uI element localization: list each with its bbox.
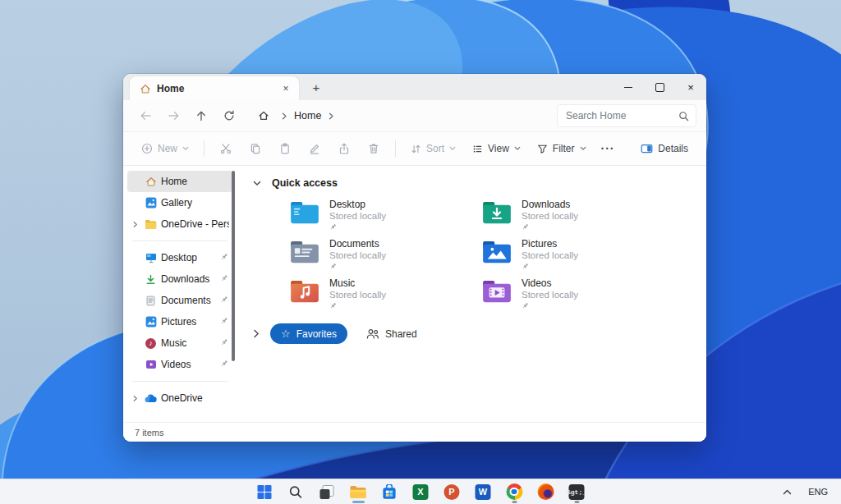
sidebar-item-home[interactable]: Home xyxy=(127,171,232,192)
documents-folder-icon xyxy=(289,240,320,264)
expand-chevron-icon[interactable] xyxy=(253,329,260,338)
shared-tab[interactable]: Shared xyxy=(358,323,425,344)
new-button[interactable]: New xyxy=(135,136,195,161)
maximize-button[interactable] xyxy=(644,75,675,99)
cut-button[interactable] xyxy=(213,136,239,161)
filter-icon xyxy=(537,144,548,154)
sidebar-item-documents[interactable]: Documents xyxy=(127,290,232,311)
pin-icon xyxy=(329,302,386,309)
expand-chevron-icon[interactable] xyxy=(129,221,140,228)
windows-logo-icon xyxy=(258,485,272,499)
sidebar-item-downloads[interactable]: Downloads xyxy=(127,268,232,290)
word-icon: W xyxy=(476,484,491,500)
excel-icon: X xyxy=(413,484,429,500)
sidebar-item-music[interactable]: ♪ Music xyxy=(127,332,232,354)
forward-button[interactable] xyxy=(161,104,186,127)
sidebar-item-desktop[interactable]: Desktop xyxy=(127,247,232,268)
item-name: Desktop xyxy=(329,199,386,210)
microsoft-store-icon xyxy=(382,484,398,500)
gallery-icon xyxy=(145,197,157,208)
refresh-button[interactable] xyxy=(217,104,241,127)
details-pane-icon xyxy=(641,143,653,154)
details-button[interactable]: Details xyxy=(634,136,695,161)
tab-home[interactable]: Home × xyxy=(130,76,299,100)
search-box[interactable] xyxy=(557,104,696,127)
taskbar-microsoft-store[interactable] xyxy=(379,482,400,502)
quick-access-title: Quick access xyxy=(272,177,338,189)
taskbar-excel[interactable]: X xyxy=(411,482,431,502)
chevron-down-icon xyxy=(449,146,456,151)
breadcrumb-home-icon[interactable] xyxy=(251,104,276,127)
pin-icon xyxy=(522,223,578,231)
content-pane: Quick access Desktop Stored locally xyxy=(235,166,706,422)
quick-access-item-music[interactable]: Music Stored locally xyxy=(289,277,481,313)
sidebar-item-label: Videos xyxy=(161,359,216,370)
taskbar-file-explorer[interactable] xyxy=(348,482,369,502)
chevron-down-icon xyxy=(580,146,586,151)
collapse-chevron-icon[interactable] xyxy=(253,181,261,186)
videos-icon xyxy=(145,359,157,370)
back-button[interactable] xyxy=(133,104,158,127)
new-tab-button[interactable]: + xyxy=(306,77,327,99)
tab-strip: Home × + × xyxy=(123,74,706,100)
favorites-tab[interactable]: ☆ Favorites xyxy=(270,323,347,344)
filter-button[interactable]: Filter xyxy=(531,136,593,161)
sidebar-item-gallery[interactable]: Gallery xyxy=(127,192,232,213)
item-name: Music xyxy=(329,277,386,289)
sidebar-item-pictures[interactable]: Pictures xyxy=(127,311,232,332)
search-input[interactable] xyxy=(564,109,673,122)
taskbar-terminal[interactable]: &gt;_ xyxy=(567,482,587,502)
tab-close-icon[interactable]: × xyxy=(279,82,292,95)
paste-button[interactable] xyxy=(272,136,298,161)
details-label: Details xyxy=(658,143,688,154)
pin-icon xyxy=(220,316,228,328)
quick-access-item-documents[interactable]: Documents Stored locally xyxy=(289,238,481,273)
expand-chevron-icon[interactable] xyxy=(129,395,140,402)
taskbar-search-button[interactable] xyxy=(286,482,306,502)
hidden-icons-chevron[interactable] xyxy=(783,489,792,495)
taskbar-powerpoint[interactable]: P xyxy=(442,482,462,502)
task-view-button[interactable] xyxy=(317,482,338,502)
quick-access-item-downloads[interactable]: Downloads Stored locally xyxy=(481,199,673,234)
chrome-icon xyxy=(506,483,522,500)
sort-button[interactable]: Sort xyxy=(404,136,462,161)
navigation-bar: Home xyxy=(123,100,706,132)
language-indicator[interactable]: ENG xyxy=(808,487,828,497)
sidebar-divider xyxy=(132,381,227,382)
quick-access-item-desktop[interactable]: Desktop Stored locally xyxy=(289,199,481,234)
taskbar-firefox[interactable] xyxy=(535,482,556,502)
taskbar-word[interactable]: W xyxy=(473,482,494,502)
pin-icon xyxy=(220,252,228,263)
quick-access-header[interactable]: Quick access xyxy=(250,174,698,192)
view-button[interactable]: View xyxy=(466,136,527,161)
toolbar-separator xyxy=(204,140,205,157)
minimize-button[interactable] xyxy=(613,75,644,99)
quick-access-item-videos[interactable]: Videos Stored locally xyxy=(481,277,673,313)
sidebar-item-onedrive-personal[interactable]: OneDrive - Perso xyxy=(127,213,232,235)
window-close-button[interactable]: × xyxy=(675,75,706,99)
see-more-button[interactable]: ··· xyxy=(596,142,620,155)
running-app-indicator xyxy=(574,501,579,503)
home-tab-icon xyxy=(140,83,151,94)
delete-button[interactable] xyxy=(361,136,387,161)
taskbar-chrome[interactable] xyxy=(504,482,525,502)
pin-icon xyxy=(329,223,386,231)
share-button[interactable] xyxy=(331,136,357,161)
start-button[interactable] xyxy=(255,482,275,502)
up-button[interactable] xyxy=(189,104,214,127)
pin-icon xyxy=(329,263,386,270)
sidebar-item-label: Pictures xyxy=(161,316,216,328)
sidebar-item-videos[interactable]: Videos xyxy=(127,354,232,375)
system-tray: ENG xyxy=(770,479,841,504)
task-view-icon xyxy=(320,485,334,499)
item-detail: Stored locally xyxy=(329,289,386,300)
pin-icon xyxy=(522,302,578,309)
sidebar-item-onedrive[interactable]: OneDrive xyxy=(127,387,232,409)
pin-icon xyxy=(220,295,228,306)
copy-button[interactable] xyxy=(242,136,269,161)
sidebar-scrollbar[interactable] xyxy=(232,171,235,361)
quick-access-item-pictures[interactable]: Pictures Stored locally xyxy=(481,238,673,273)
breadcrumb-root[interactable]: Home xyxy=(292,110,323,121)
sidebar-item-label: Desktop xyxy=(161,252,216,263)
rename-button[interactable] xyxy=(301,136,328,161)
